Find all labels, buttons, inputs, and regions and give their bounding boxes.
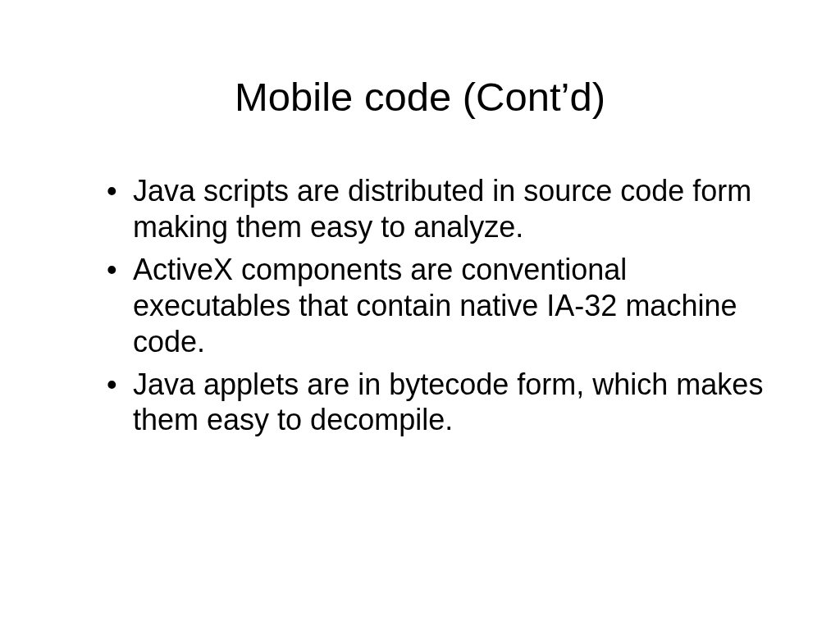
list-item: Java scripts are distributed in source c… [107, 173, 774, 245]
list-item: Java applets are in bytecode form, which… [107, 367, 774, 439]
slide-title: Mobile code (Cont’d) [66, 74, 774, 120]
slide-container: Mobile code (Cont’d) Java scripts are di… [0, 0, 840, 630]
list-item: ActiveX components are conventional exec… [107, 252, 774, 360]
bullet-list: Java scripts are distributed in source c… [66, 173, 774, 438]
